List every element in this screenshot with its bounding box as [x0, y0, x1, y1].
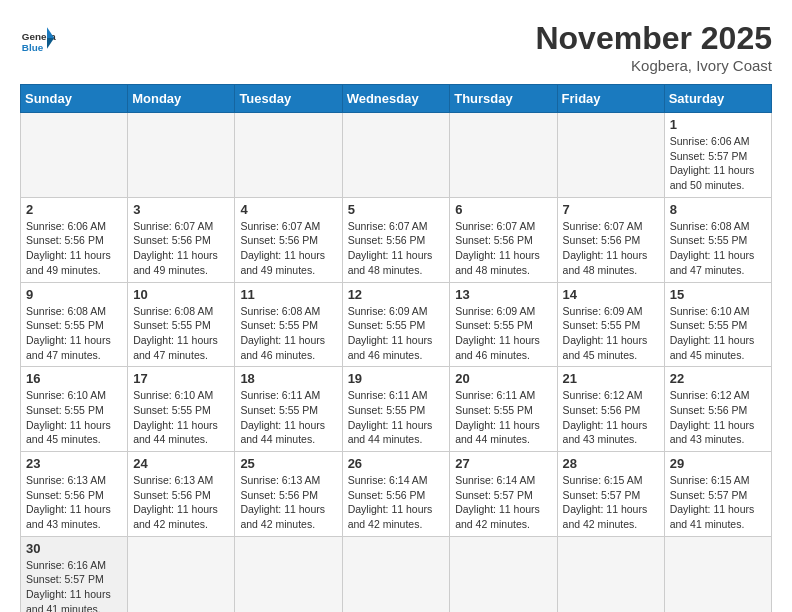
day-number: 11 [240, 287, 336, 302]
calendar-cell [128, 536, 235, 612]
day-number: 7 [563, 202, 659, 217]
day-number: 18 [240, 371, 336, 386]
day-info: Sunrise: 6:08 AM Sunset: 5:55 PM Dayligh… [670, 219, 766, 278]
weekday-header-monday: Monday [128, 85, 235, 113]
day-info: Sunrise: 6:15 AM Sunset: 5:57 PM Dayligh… [563, 473, 659, 532]
day-info: Sunrise: 6:14 AM Sunset: 5:56 PM Dayligh… [348, 473, 445, 532]
calendar-cell: 11Sunrise: 6:08 AM Sunset: 5:55 PM Dayli… [235, 282, 342, 367]
calendar-cell: 4Sunrise: 6:07 AM Sunset: 5:56 PM Daylig… [235, 197, 342, 282]
day-info: Sunrise: 6:11 AM Sunset: 5:55 PM Dayligh… [348, 388, 445, 447]
calendar-cell [235, 113, 342, 198]
day-info: Sunrise: 6:09 AM Sunset: 5:55 PM Dayligh… [563, 304, 659, 363]
calendar-cell: 16Sunrise: 6:10 AM Sunset: 5:55 PM Dayli… [21, 367, 128, 452]
day-number: 14 [563, 287, 659, 302]
calendar-cell [342, 113, 450, 198]
day-info: Sunrise: 6:10 AM Sunset: 5:55 PM Dayligh… [133, 388, 229, 447]
calendar-cell: 13Sunrise: 6:09 AM Sunset: 5:55 PM Dayli… [450, 282, 557, 367]
day-number: 4 [240, 202, 336, 217]
calendar-cell: 12Sunrise: 6:09 AM Sunset: 5:55 PM Dayli… [342, 282, 450, 367]
day-info: Sunrise: 6:09 AM Sunset: 5:55 PM Dayligh… [348, 304, 445, 363]
calendar-week-row: 23Sunrise: 6:13 AM Sunset: 5:56 PM Dayli… [21, 452, 772, 537]
day-info: Sunrise: 6:07 AM Sunset: 5:56 PM Dayligh… [133, 219, 229, 278]
month-title: November 2025 [535, 20, 772, 57]
calendar-cell: 3Sunrise: 6:07 AM Sunset: 5:56 PM Daylig… [128, 197, 235, 282]
day-number: 28 [563, 456, 659, 471]
calendar-cell: 22Sunrise: 6:12 AM Sunset: 5:56 PM Dayli… [664, 367, 771, 452]
weekday-header-friday: Friday [557, 85, 664, 113]
calendar-cell: 24Sunrise: 6:13 AM Sunset: 5:56 PM Dayli… [128, 452, 235, 537]
day-number: 24 [133, 456, 229, 471]
day-info: Sunrise: 6:10 AM Sunset: 5:55 PM Dayligh… [26, 388, 122, 447]
day-number: 6 [455, 202, 551, 217]
logo: General Blue [20, 20, 56, 56]
calendar-cell: 17Sunrise: 6:10 AM Sunset: 5:55 PM Dayli… [128, 367, 235, 452]
calendar-cell [450, 536, 557, 612]
day-info: Sunrise: 6:08 AM Sunset: 5:55 PM Dayligh… [26, 304, 122, 363]
day-number: 29 [670, 456, 766, 471]
calendar-week-row: 16Sunrise: 6:10 AM Sunset: 5:55 PM Dayli… [21, 367, 772, 452]
day-info: Sunrise: 6:08 AM Sunset: 5:55 PM Dayligh… [240, 304, 336, 363]
day-info: Sunrise: 6:06 AM Sunset: 5:56 PM Dayligh… [26, 219, 122, 278]
weekday-header-thursday: Thursday [450, 85, 557, 113]
calendar-cell: 8Sunrise: 6:08 AM Sunset: 5:55 PM Daylig… [664, 197, 771, 282]
day-info: Sunrise: 6:07 AM Sunset: 5:56 PM Dayligh… [455, 219, 551, 278]
calendar-cell: 29Sunrise: 6:15 AM Sunset: 5:57 PM Dayli… [664, 452, 771, 537]
calendar-cell: 14Sunrise: 6:09 AM Sunset: 5:55 PM Dayli… [557, 282, 664, 367]
calendar-cell [664, 536, 771, 612]
calendar-cell [21, 113, 128, 198]
day-info: Sunrise: 6:13 AM Sunset: 5:56 PM Dayligh… [26, 473, 122, 532]
calendar-cell: 18Sunrise: 6:11 AM Sunset: 5:55 PM Dayli… [235, 367, 342, 452]
day-number: 15 [670, 287, 766, 302]
calendar-cell: 10Sunrise: 6:08 AM Sunset: 5:55 PM Dayli… [128, 282, 235, 367]
calendar-cell: 26Sunrise: 6:14 AM Sunset: 5:56 PM Dayli… [342, 452, 450, 537]
svg-text:Blue: Blue [22, 42, 44, 53]
calendar-cell: 6Sunrise: 6:07 AM Sunset: 5:56 PM Daylig… [450, 197, 557, 282]
day-number: 21 [563, 371, 659, 386]
calendar-week-row: 1Sunrise: 6:06 AM Sunset: 5:57 PM Daylig… [21, 113, 772, 198]
calendar-cell [235, 536, 342, 612]
calendar-week-row: 9Sunrise: 6:08 AM Sunset: 5:55 PM Daylig… [21, 282, 772, 367]
calendar-cell [557, 536, 664, 612]
svg-marker-3 [47, 38, 54, 49]
day-number: 20 [455, 371, 551, 386]
weekday-header-sunday: Sunday [21, 85, 128, 113]
calendar-cell: 28Sunrise: 6:15 AM Sunset: 5:57 PM Dayli… [557, 452, 664, 537]
calendar-cell: 21Sunrise: 6:12 AM Sunset: 5:56 PM Dayli… [557, 367, 664, 452]
day-info: Sunrise: 6:11 AM Sunset: 5:55 PM Dayligh… [240, 388, 336, 447]
calendar-cell [450, 113, 557, 198]
day-number: 22 [670, 371, 766, 386]
day-info: Sunrise: 6:11 AM Sunset: 5:55 PM Dayligh… [455, 388, 551, 447]
day-info: Sunrise: 6:08 AM Sunset: 5:55 PM Dayligh… [133, 304, 229, 363]
day-number: 30 [26, 541, 122, 556]
calendar-cell: 2Sunrise: 6:06 AM Sunset: 5:56 PM Daylig… [21, 197, 128, 282]
day-number: 10 [133, 287, 229, 302]
calendar-table: SundayMondayTuesdayWednesdayThursdayFrid… [20, 84, 772, 612]
day-number: 1 [670, 117, 766, 132]
weekday-header-saturday: Saturday [664, 85, 771, 113]
weekday-header-row: SundayMondayTuesdayWednesdayThursdayFrid… [21, 85, 772, 113]
calendar-cell [128, 113, 235, 198]
weekday-header-tuesday: Tuesday [235, 85, 342, 113]
day-info: Sunrise: 6:13 AM Sunset: 5:56 PM Dayligh… [133, 473, 229, 532]
day-info: Sunrise: 6:07 AM Sunset: 5:56 PM Dayligh… [240, 219, 336, 278]
day-number: 19 [348, 371, 445, 386]
weekday-header-wednesday: Wednesday [342, 85, 450, 113]
day-number: 3 [133, 202, 229, 217]
day-info: Sunrise: 6:13 AM Sunset: 5:56 PM Dayligh… [240, 473, 336, 532]
calendar-cell: 19Sunrise: 6:11 AM Sunset: 5:55 PM Dayli… [342, 367, 450, 452]
calendar-cell: 5Sunrise: 6:07 AM Sunset: 5:56 PM Daylig… [342, 197, 450, 282]
day-number: 12 [348, 287, 445, 302]
location-title: Kogbera, Ivory Coast [535, 57, 772, 74]
calendar-cell: 1Sunrise: 6:06 AM Sunset: 5:57 PM Daylig… [664, 113, 771, 198]
day-info: Sunrise: 6:07 AM Sunset: 5:56 PM Dayligh… [348, 219, 445, 278]
calendar-cell: 23Sunrise: 6:13 AM Sunset: 5:56 PM Dayli… [21, 452, 128, 537]
day-number: 25 [240, 456, 336, 471]
day-number: 13 [455, 287, 551, 302]
day-info: Sunrise: 6:10 AM Sunset: 5:55 PM Dayligh… [670, 304, 766, 363]
day-number: 16 [26, 371, 122, 386]
day-number: 5 [348, 202, 445, 217]
day-number: 23 [26, 456, 122, 471]
page-header: General Blue November 2025 Kogbera, Ivor… [20, 20, 772, 74]
calendar-cell: 15Sunrise: 6:10 AM Sunset: 5:55 PM Dayli… [664, 282, 771, 367]
day-info: Sunrise: 6:07 AM Sunset: 5:56 PM Dayligh… [563, 219, 659, 278]
